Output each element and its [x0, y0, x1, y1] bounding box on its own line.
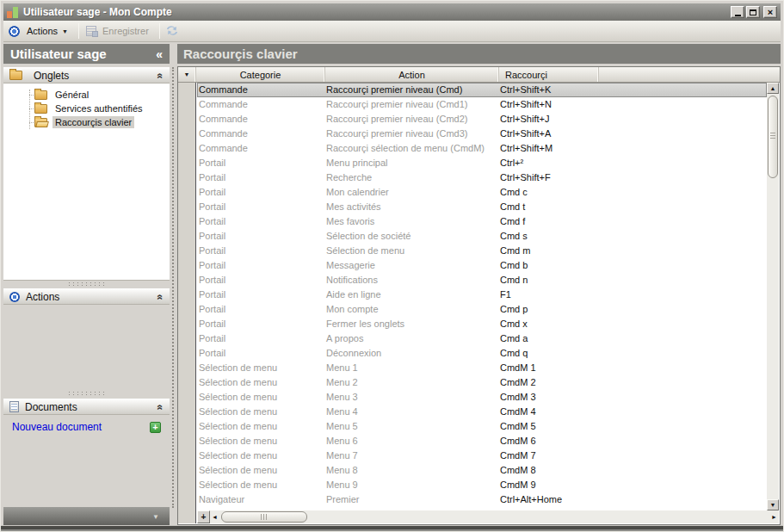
sidebar: Onglets « GénéralServices authentifiésRa…	[3, 42, 170, 527]
table-cell: Ctrl+Shift+F	[500, 170, 551, 185]
table-cell: Portail	[199, 258, 324, 273]
column-header-raccourci[interactable]: Raccourçi	[499, 67, 599, 82]
table-row[interactable]: PortailMenu principalCtrl+²	[197, 156, 767, 170]
table-row[interactable]: PortailFermer les ongletsCmd x	[197, 317, 767, 331]
column-header-categorie[interactable]: Categorie	[196, 67, 325, 82]
table-row[interactable]: PortailDéconnexionCmd q	[197, 346, 767, 361]
actions-menu-button[interactable]: Actions ▼	[25, 24, 73, 38]
table-cell: Messagerie	[326, 258, 498, 273]
table-cell: Fermer les onglets	[326, 317, 498, 331]
table-row[interactable]: CommandeRaccourçi premier niveau (Cmd)Ct…	[197, 83, 767, 97]
table-row[interactable]: Sélection de menuMenu 2CmdM 2	[197, 375, 767, 390]
table-cell: Mes favoris	[326, 214, 498, 229]
table-row[interactable]: PortailMessagerieCmd b	[197, 258, 767, 273]
table-row[interactable]: PortailSélection de sociétéCmd s	[197, 229, 767, 244]
table-cell: Sélection de menu	[199, 463, 324, 478]
minimize-icon	[735, 15, 741, 16]
table-cell: Mon calendrier	[326, 185, 498, 200]
horizontal-splitter[interactable]	[3, 390, 170, 396]
table-cell: Sélection de menu	[199, 478, 324, 492]
horizontal-scrollbar-thumb[interactable]	[221, 511, 307, 523]
tree-item[interactable]: Raccourçis clavier	[3, 115, 170, 129]
vertical-scrollbar-thumb[interactable]	[768, 96, 778, 178]
table-cell: Sélection de menu	[199, 448, 324, 463]
table-cell: F1	[500, 288, 511, 302]
horizontal-scrollbar[interactable]: + ◄ ►	[197, 510, 779, 523]
sidebar-bottom-bar[interactable]: ▼	[3, 507, 170, 526]
window-bottom-edge	[1, 525, 783, 531]
tree-item-label: Raccourçis clavier	[52, 116, 134, 128]
table-row[interactable]: PortailMon compteCmd p	[197, 302, 767, 317]
new-document-link[interactable]: Nouveau document	[12, 421, 102, 433]
add-row-button[interactable]: +	[197, 510, 210, 523]
minimize-button[interactable]	[731, 6, 744, 18]
panel-header-actions[interactable]: Actions «	[3, 288, 170, 305]
table-cell: Portail	[199, 346, 324, 361]
row-header-strip	[178, 83, 196, 523]
table-cell: Ctrl+Shift+K	[500, 83, 551, 97]
scroll-down-button[interactable]: ▼	[767, 499, 779, 510]
table-cell: Portail	[199, 302, 324, 317]
table-row[interactable]: PortailMes favorisCmd f	[197, 214, 767, 229]
save-button-label: Enregistrer	[102, 26, 149, 36]
column-header-action[interactable]: Action	[325, 67, 499, 82]
panel-title-onglets: Onglets	[34, 70, 69, 82]
scroll-right-button[interactable]: ►	[769, 510, 779, 523]
table-row[interactable]: Sélection de menuMenu 5CmdM 5	[197, 419, 767, 434]
table-cell: Commande	[199, 83, 324, 97]
refresh-icon[interactable]	[165, 24, 179, 39]
tree-item[interactable]: Services authentifiés	[3, 102, 170, 115]
table-row[interactable]: CommandeRaccourçi premier niveau (Cmd1)C…	[197, 97, 767, 112]
table-row[interactable]: Sélection de menuMenu 4CmdM 4	[197, 405, 767, 419]
table-row[interactable]: CommandeRaccourçi premier niveau (Cmd3)C…	[197, 127, 767, 141]
table-row[interactable]: CommandeRaccourçi premier niveau (Cmd2)C…	[197, 112, 767, 127]
documents-list: Nouveau document +	[3, 419, 170, 435]
table-row[interactable]: Sélection de menuMenu 3CmdM 3	[197, 390, 767, 405]
panel-header-documents[interactable]: Documents «	[3, 399, 170, 415]
onglets-tree: GénéralServices authentifiésRaccourçis c…	[3, 84, 170, 281]
add-document-button[interactable]: +	[150, 422, 161, 433]
table-row[interactable]: PortailAide en ligneF1	[197, 288, 767, 302]
table-cell: Premier	[326, 492, 498, 507]
scroll-up-button[interactable]: ▲	[767, 83, 779, 94]
table-row[interactable]: PortailSélection de menuCmd m	[197, 244, 767, 258]
sidebar-resize-splitter[interactable]	[170, 42, 177, 527]
table-row[interactable]: Sélection de menuMenu 8CmdM 8	[197, 463, 767, 478]
maximize-button[interactable]	[746, 6, 760, 18]
table-row[interactable]: PortailMes activitésCmd t	[197, 200, 767, 214]
table-cell: Recherche	[326, 170, 498, 185]
filter-dropdown-button[interactable]: ▼	[178, 67, 196, 82]
vertical-scrollbar[interactable]: ▲ ▼	[767, 83, 779, 510]
table-row[interactable]: Sélection de menuMenu 9CmdM 9	[197, 478, 767, 492]
collapse-chevron-icon[interactable]: «	[155, 72, 167, 78]
table-cell: Mon compte	[326, 302, 498, 317]
collapse-chevron-icon[interactable]: «	[155, 404, 167, 410]
table-cell: Menu 2	[326, 375, 498, 390]
table-row[interactable]: PortailMon calendrierCmd c	[197, 185, 767, 200]
table-header: ▼ Categorie Action Raccourçi	[178, 67, 780, 83]
table-row[interactable]: PortailNotificationsCmd n	[197, 273, 767, 288]
table-row[interactable]: PortailA proposCmd a	[197, 331, 767, 346]
table-row[interactable]: Sélection de menuMenu 1CmdM 1	[197, 361, 767, 375]
table-row[interactable]: NavigateurPremierCtrl+Alt+Home	[197, 492, 767, 507]
horizontal-splitter[interactable]	[3, 281, 170, 287]
save-button[interactable]: Enregistrer	[84, 24, 154, 39]
table-row[interactable]: Sélection de menuMenu 6CmdM 6	[197, 434, 767, 448]
table-row[interactable]: Sélection de menuMenu 7CmdM 7	[197, 448, 767, 463]
chevron-down-icon: ▼	[152, 513, 159, 521]
table-cell: Ctrl+Shift+J	[500, 112, 549, 127]
scroll-left-button[interactable]: ◄	[210, 510, 219, 523]
close-button[interactable]: ×	[763, 6, 777, 18]
collapse-chevron-icon[interactable]: «	[155, 294, 167, 300]
table-cell: CmdM 6	[500, 434, 536, 448]
table-cell: Cmd f	[500, 214, 525, 229]
table-cell: CmdM 7	[500, 448, 536, 463]
table-row[interactable]: CommandeRaccourçi sélection de menu (Cmd…	[197, 141, 767, 156]
table-cell: Cmd q	[500, 346, 528, 361]
table-cell: Sélection de menu	[199, 434, 324, 448]
table-cell: Ctrl+Shift+A	[500, 127, 551, 141]
table-row[interactable]: PortailRechercheCtrl+Shift+F	[197, 170, 767, 185]
tree-item[interactable]: Général	[3, 88, 170, 102]
table-cell: Menu 6	[326, 434, 498, 448]
panel-header-onglets[interactable]: Onglets «	[3, 67, 170, 84]
